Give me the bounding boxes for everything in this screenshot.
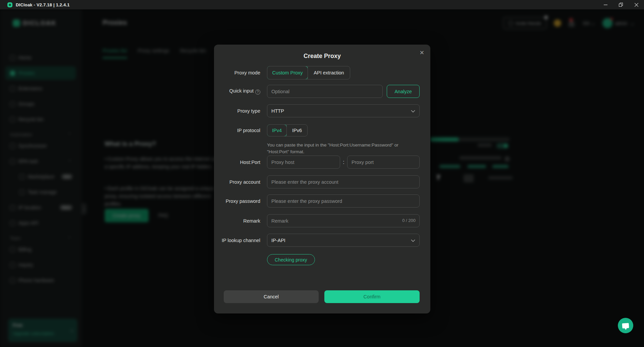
host-port-row: Host:Port : xyxy=(214,156,420,169)
api-extraction-option[interactable]: API extraction xyxy=(308,66,350,79)
confirm-button[interactable]: Confirm xyxy=(324,290,420,303)
colon-separator: : xyxy=(340,159,347,165)
checking-proxy-row: Checking proxy xyxy=(214,254,420,265)
close-window-button[interactable] xyxy=(629,0,644,9)
ipv6-option[interactable]: IPv6 xyxy=(287,125,307,136)
proxy-account-label: Proxy account xyxy=(214,179,264,185)
proxy-host-field[interactable] xyxy=(267,156,340,169)
remark-row: Remark 0 / 200 xyxy=(214,214,420,227)
checking-proxy-button[interactable]: Checking proxy xyxy=(267,254,315,265)
window-controls xyxy=(598,0,644,9)
proxy-port-field[interactable] xyxy=(347,156,420,169)
proxy-password-label: Proxy password xyxy=(214,198,264,204)
ip-protocol-label: IP protocol xyxy=(214,128,264,133)
remark-field[interactable] xyxy=(267,214,420,227)
ipv4-option[interactable]: IPv4 xyxy=(267,124,287,136)
paste-format-hint: You can paste the input in the "Host:Por… xyxy=(267,142,398,155)
minimize-button[interactable] xyxy=(598,0,613,9)
host-port-label: Host:Port xyxy=(214,160,264,165)
quick-input-row: Quick input? Analyze xyxy=(214,85,420,98)
chevron-down-icon xyxy=(411,238,415,243)
ip-protocol-segment: IPv4 IPv6 xyxy=(267,124,308,136)
ip-lookup-select[interactable]: IP-API xyxy=(267,234,420,247)
app-logo-icon xyxy=(7,2,12,7)
titlebar: DICloak - V2.7.18 | 1.2.4.1 xyxy=(0,0,644,9)
proxy-password-field[interactable] xyxy=(267,194,420,208)
analyze-button[interactable]: Analyze xyxy=(387,85,420,98)
quick-input-field[interactable] xyxy=(267,85,383,98)
proxy-mode-row: Proxy mode Custom Proxy API extraction xyxy=(214,66,420,79)
proxy-mode-segment: Custom Proxy API extraction xyxy=(267,66,350,79)
ip-lookup-row: IP lookup channel IP-API xyxy=(214,234,420,247)
restore-button[interactable] xyxy=(613,0,629,9)
custom-proxy-option[interactable]: Custom Proxy xyxy=(267,66,308,79)
create-proxy-modal: Create Proxy ✕ Proxy mode Custom Proxy A… xyxy=(214,45,430,313)
app-window: DICloak - V2.7.18 | 1.2.4.1 DICLOAK Home xyxy=(0,0,644,347)
remark-label: Remark xyxy=(214,218,264,224)
window-title: DICloak - V2.7.18 | 1.2.4.1 xyxy=(16,2,70,7)
modal-footer: Cancel Confirm xyxy=(224,290,420,303)
question-circle-icon[interactable]: ? xyxy=(255,90,260,95)
cancel-button[interactable]: Cancel xyxy=(224,290,319,303)
hint-row: You can paste the input in the "Host:Por… xyxy=(214,142,420,155)
chat-widget-button[interactable] xyxy=(618,318,633,333)
proxy-type-label: Proxy type xyxy=(214,108,264,114)
ip-protocol-row: IP protocol IPv4 IPv6 xyxy=(214,124,420,136)
ip-lookup-label: IP lookup channel xyxy=(214,238,264,243)
chat-bubble-icon xyxy=(622,323,629,328)
chevron-down-icon xyxy=(411,108,415,114)
modal-title: Create Proxy xyxy=(214,53,430,60)
proxy-mode-label: Proxy mode xyxy=(214,70,264,75)
proxy-type-select[interactable]: HTTP xyxy=(267,104,420,117)
char-counter: 0 / 200 xyxy=(402,218,416,223)
quick-input-label: Quick input? xyxy=(214,88,264,95)
proxy-type-row: Proxy type HTTP xyxy=(214,104,420,117)
close-icon[interactable]: ✕ xyxy=(420,50,424,56)
proxy-password-row: Proxy password xyxy=(214,194,420,208)
proxy-account-row: Proxy account xyxy=(214,175,420,188)
proxy-account-field[interactable] xyxy=(267,175,420,188)
